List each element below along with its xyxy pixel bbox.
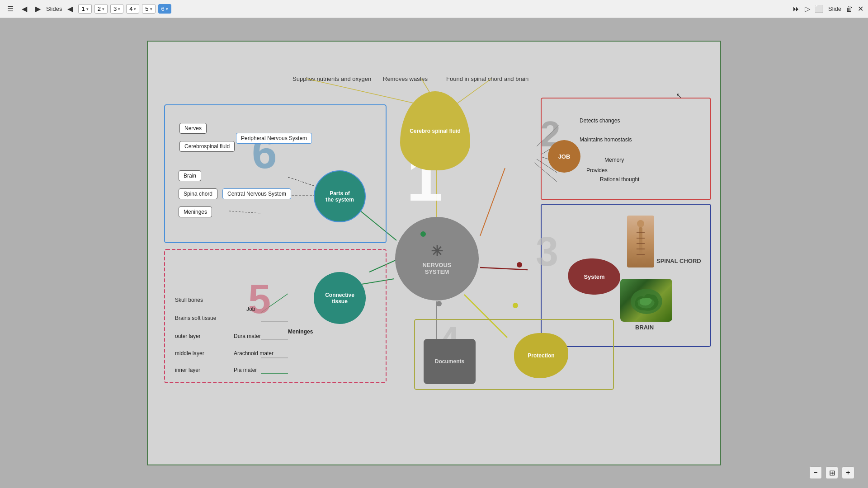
svg-point-31 — [637, 220, 644, 227]
slides-label: Slides — [46, 5, 62, 12]
spinal-chord-image — [627, 216, 654, 267]
detects-changes-label: Detects changes — [580, 117, 620, 124]
svg-line-4 — [369, 260, 396, 272]
cerebro-fluid-shape: Cerebro spinal fluid — [400, 91, 470, 170]
close-button[interactable]: ✕ — [858, 5, 863, 13]
nervous-system-circle: ✳ NERVOUS SYSTEM — [395, 217, 479, 300]
spinal-cord-svg — [634, 219, 647, 264]
memory-label: Memory — [604, 157, 624, 163]
skull-bones-label: Skull bones — [175, 297, 203, 303]
svg-line-2 — [455, 79, 491, 105]
provides-label: Provides — [586, 167, 608, 174]
skip-forward-button[interactable]: ⏭ — [793, 5, 800, 13]
brain-label: BRAIN — [635, 324, 654, 331]
top-label-found: Found in spinal chord and brain — [446, 75, 528, 82]
maintains-label: Maintains homostasis — [580, 136, 632, 143]
svg-line-12 — [288, 177, 315, 186]
arachnoid-label: Arachnoid mater — [234, 350, 274, 357]
brain-node[interactable]: Brain — [179, 170, 201, 181]
neuron-icon: ✳ — [431, 243, 443, 260]
spinal-chord-label: SPINAL CHORD — [656, 258, 701, 264]
slide-text-label: Slide — [828, 5, 841, 12]
svg-rect-29 — [541, 204, 711, 347]
dot-protection — [513, 303, 518, 308]
central-nervous-node[interactable]: Central Nervous System — [222, 188, 291, 199]
zoom-controls: − ⊞ + — [809, 466, 854, 479]
svg-line-6 — [480, 168, 505, 236]
peripheral-nervous-node[interactable]: Peripheral Nervous System — [236, 133, 312, 144]
inner-layer-label: inner layer — [175, 367, 200, 373]
rational-thought-label: Rational thought — [600, 176, 639, 183]
parts-of-system-node[interactable]: Parts ofthe system — [314, 170, 366, 222]
dot-central-bottom — [436, 301, 442, 306]
slide-btn-6[interactable]: 6▾ — [158, 4, 171, 14]
slide-btn-4[interactable]: 4▾ — [126, 4, 139, 14]
top-label-wastes: Removes wastes — [383, 75, 428, 82]
back-button[interactable]: ◀ — [19, 3, 30, 15]
outer-layer-label: outer layer — [175, 333, 201, 339]
nerves-node[interactable]: Nerves — [179, 123, 207, 134]
middle-layer-label: middle layer — [175, 350, 204, 357]
brain-svg — [628, 286, 665, 315]
slide-btn-5[interactable]: 5▾ — [142, 4, 155, 14]
big-num-5: 5 — [248, 279, 271, 319]
connective-tissue-node[interactable]: Connectivetissue — [314, 272, 366, 324]
spina-chord-node[interactable]: Spina chord — [179, 188, 217, 199]
slide-btn-3[interactable]: 3▾ — [110, 4, 123, 14]
toolbar: ☰ ◀ ▶ Slides ◀ 1▾ 2▾ 3▾ 4▾ 5▾ 6▾ ⏭ ▷ ⬜ S… — [0, 0, 868, 18]
slide-btn-1[interactable]: 1▾ — [78, 4, 91, 14]
top-label-nutrients: Supplies nutrients and oxygen — [292, 75, 371, 82]
svg-line-9 — [464, 295, 507, 338]
job-label: Job — [246, 306, 255, 312]
zoom-fit-button[interactable]: ⊞ — [826, 466, 838, 479]
slide: Supplies nutrients and oxygen Removes wa… — [147, 41, 721, 465]
present-button[interactable]: ⬜ — [815, 5, 824, 13]
canvas-area: Supplies nutrients and oxygen Removes wa… — [0, 18, 868, 488]
toolbar-right: ⏭ ▷ ⬜ Slide 🗑 ✕ — [793, 5, 863, 13]
dot-parts-bottom — [420, 231, 426, 237]
svg-rect-32 — [639, 227, 642, 257]
zoom-in-button[interactable]: + — [842, 466, 854, 479]
play-button[interactable]: ▷ — [805, 5, 810, 13]
cerebrospinal-node[interactable]: Cerebrospinal fluid — [179, 141, 235, 152]
meninges-node[interactable]: Meninges — [179, 206, 212, 217]
dot-system — [517, 262, 522, 267]
big-num-3: 3 — [536, 231, 558, 272]
slide-btn-2[interactable]: 2▾ — [94, 4, 108, 14]
brain-image — [620, 279, 672, 322]
documents-node[interactable]: Documents — [424, 339, 476, 384]
zoom-out-button[interactable]: − — [809, 466, 822, 479]
svg-line-13 — [229, 211, 261, 213]
meninges-label: Meninges — [288, 328, 313, 335]
svg-line-0 — [306, 79, 421, 105]
svg-line-7 — [480, 267, 528, 270]
prev-slide-arrow[interactable]: ◀ — [65, 3, 75, 15]
job-node[interactable]: JOB — [548, 140, 580, 173]
protection-node[interactable]: Protection — [514, 333, 568, 378]
pia-mater-label: Pia mater — [234, 367, 257, 373]
system-node[interactable]: System — [568, 258, 620, 295]
delete-button[interactable]: 🗑 — [846, 5, 853, 13]
forward-button[interactable]: ▶ — [33, 3, 43, 15]
cursor-indicator: ↖ — [676, 91, 682, 100]
menu-button[interactable]: ☰ — [5, 3, 16, 15]
dura-mater-label: Dura mater — [234, 333, 261, 339]
brains-soft-label: Brains soft tissue — [175, 315, 216, 321]
